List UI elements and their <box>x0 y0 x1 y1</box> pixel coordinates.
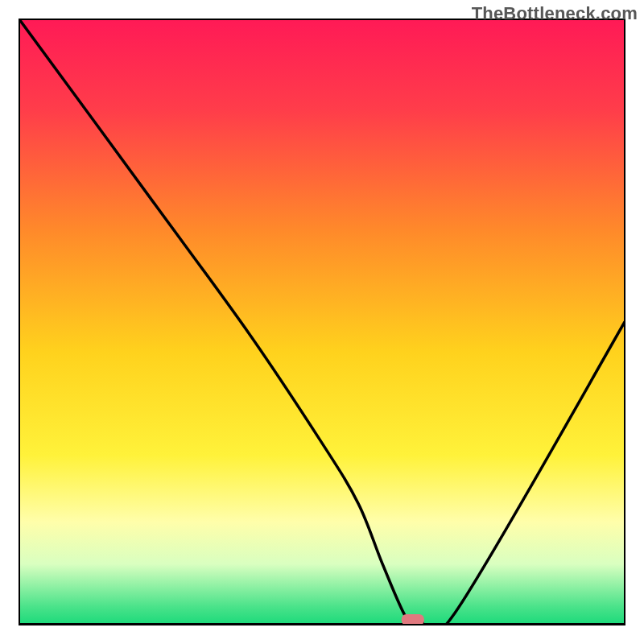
chart-container: TheBottleneck.com <box>0 0 644 644</box>
watermark-text: TheBottleneck.com <box>472 3 638 24</box>
optimal-marker-icon <box>402 614 424 625</box>
gradient-background <box>19 19 625 625</box>
bottleneck-chart <box>0 0 644 644</box>
